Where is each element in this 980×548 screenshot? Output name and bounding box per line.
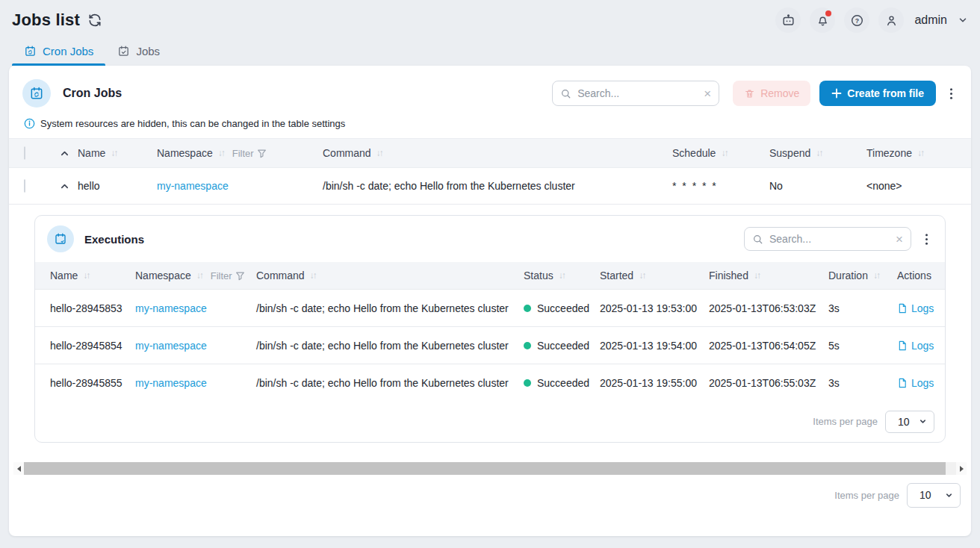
tabs: Cron Jobs Jobs — [0, 39, 980, 66]
column-header-name[interactable]: Name↓↑ — [78, 147, 157, 159]
notifications-button[interactable] — [810, 7, 835, 33]
column-header-name[interactable]: Name↓↑ — [50, 270, 135, 281]
scrollbar-track[interactable] — [24, 462, 956, 475]
cell-name: hello — [78, 180, 157, 192]
cron-job-row[interactable]: hello my-namespace /bin/sh -c date; echo… — [9, 168, 971, 205]
items-per-page-value: 10 — [898, 416, 910, 428]
sort-icon[interactable]: ↓↑ — [639, 270, 645, 281]
namespace-filter-button[interactable]: Filter — [232, 148, 267, 159]
column-header-command[interactable]: Command↓↑ — [323, 147, 672, 159]
assistant-button[interactable] — [775, 7, 801, 33]
user-avatar[interactable] — [878, 7, 904, 33]
sort-icon[interactable]: ↓↑ — [218, 148, 224, 158]
cell-name: hello-28945854 — [50, 340, 135, 352]
chevron-down-icon[interactable] — [958, 15, 968, 25]
chevron-down-icon — [919, 417, 927, 426]
scroll-right-arrow-icon[interactable] — [956, 462, 967, 475]
sort-icon[interactable]: ↓↑ — [721, 148, 727, 158]
column-header-suspend[interactable]: Suspend↓↑ — [769, 147, 866, 159]
executions-search-input[interactable] — [769, 233, 890, 245]
column-header-finished[interactable]: Finished↓↑ — [709, 270, 828, 281]
execution-row[interactable]: hello-28945853 my-namespace /bin/sh -c d… — [35, 289, 945, 326]
cell-finished: 2025-01-13T06:55:03Z — [709, 377, 828, 389]
horizontal-scrollbar[interactable] — [13, 462, 967, 475]
clear-search-icon[interactable]: × — [704, 87, 711, 100]
search-icon — [560, 88, 571, 99]
logs-link[interactable]: Logs — [897, 302, 945, 314]
row-checkbox[interactable] — [24, 179, 25, 193]
search-input[interactable] — [577, 87, 698, 99]
sort-icon[interactable]: ↓↑ — [111, 148, 117, 158]
cell-command: /bin/sh -c date; echo Hello from the Kub… — [256, 340, 524, 352]
namespace-link[interactable]: my-namespace — [135, 377, 207, 389]
document-icon — [897, 340, 908, 351]
cronjob-calendar-sync-icon — [24, 45, 37, 57]
scrollbar-thumb[interactable] — [24, 462, 946, 475]
info-banner: System resources are hidden, this can be… — [9, 116, 971, 138]
create-button-label: Create from file — [847, 87, 924, 99]
status-dot-succeeded — [524, 342, 531, 349]
document-icon — [897, 378, 908, 388]
card-header: Cron Jobs × Remove Create from file — [9, 66, 971, 116]
card-menu-kebab-icon[interactable] — [945, 84, 958, 104]
sort-icon[interactable]: ↓↑ — [917, 148, 923, 158]
column-header-duration[interactable]: Duration↓↑ — [828, 270, 897, 281]
executions-search: × — [744, 227, 911, 251]
cell-finished: 2025-01-13T06:53:03Z — [709, 302, 828, 314]
sort-icon[interactable]: ↓↑ — [83, 270, 89, 281]
cell-schedule: * * * * * — [672, 180, 769, 192]
remove-button[interactable]: Remove — [733, 81, 810, 106]
sort-icon[interactable]: ↓↑ — [873, 270, 879, 281]
namespace-link[interactable]: my-namespace — [157, 180, 229, 192]
column-header-namespace[interactable]: Namespace↓↑ Filter — [135, 270, 256, 281]
column-header-schedule[interactable]: Schedule↓↑ — [672, 147, 769, 159]
jobs-calendar-check-icon — [117, 45, 130, 57]
create-from-file-button[interactable]: Create from file — [819, 81, 936, 106]
executions-pagination: Items per page 10 — [35, 401, 945, 442]
tab-jobs[interactable]: Jobs — [105, 39, 172, 66]
column-header-status[interactable]: Status↓↑ — [524, 270, 600, 281]
card-title: Cron Jobs — [63, 87, 122, 100]
column-header-timezone[interactable]: Timezone↓↑ — [866, 147, 971, 159]
cron-jobs-search: × — [552, 81, 719, 106]
column-header-actions: Actions — [897, 270, 945, 281]
cell-command: /bin/sh -c date; echo Hello from the Kub… — [323, 180, 672, 192]
clear-search-icon[interactable]: × — [896, 233, 903, 246]
column-header-command[interactable]: Command↓↑ — [256, 270, 524, 281]
cell-duration: 3s — [828, 302, 897, 314]
sort-icon[interactable]: ↓↑ — [196, 270, 202, 281]
logs-link[interactable]: Logs — [897, 340, 945, 352]
user-menu-label[interactable]: admin — [914, 13, 947, 27]
items-per-page-select[interactable]: 10 — [907, 483, 961, 508]
refresh-icon[interactable] — [87, 13, 102, 28]
help-button[interactable]: ? — [844, 7, 869, 33]
cell-duration: 5s — [828, 340, 897, 352]
cell-name: hello-28945855 — [50, 377, 135, 389]
scroll-left-arrow-icon[interactable] — [13, 462, 24, 475]
remove-button-label: Remove — [760, 87, 799, 99]
executions-menu-kebab-icon[interactable] — [920, 229, 933, 249]
sort-icon[interactable]: ↓↑ — [816, 148, 822, 158]
cron-jobs-table-header: Name↓↑ Namespace↓↑ Filter Command↓↑ Sche… — [9, 138, 971, 168]
cron-jobs-pagination: Items per page 10 — [9, 475, 971, 515]
collapse-all-chevron-icon[interactable] — [51, 149, 78, 158]
sort-icon[interactable]: ↓↑ — [754, 270, 760, 281]
items-per-page-select[interactable]: 10 — [885, 411, 934, 433]
namespace-link[interactable]: my-namespace — [135, 340, 207, 352]
cronjob-calendar-sync-icon — [22, 79, 51, 108]
question-icon: ? — [850, 13, 864, 28]
namespace-link[interactable]: my-namespace — [135, 302, 207, 314]
sort-icon[interactable]: ↓↑ — [376, 148, 382, 158]
sort-icon[interactable]: ↓↑ — [559, 270, 565, 281]
execution-row[interactable]: hello-28945854 my-namespace /bin/sh -c d… — [35, 326, 945, 364]
logs-link[interactable]: Logs — [897, 377, 945, 389]
collapse-row-chevron-icon[interactable] — [51, 181, 78, 191]
select-all-checkbox[interactable] — [24, 146, 25, 160]
tab-cron-jobs[interactable]: Cron Jobs — [12, 39, 105, 66]
execution-row[interactable]: hello-28945855 my-namespace /bin/sh -c d… — [35, 364, 945, 401]
sort-icon[interactable]: ↓↑ — [310, 270, 316, 281]
column-header-namespace[interactable]: Namespace↓↑ Filter — [157, 147, 323, 159]
cell-timezone: <none> — [866, 180, 971, 192]
column-header-started[interactable]: Started↓↑ — [600, 270, 709, 281]
namespace-filter-button[interactable]: Filter — [211, 270, 245, 281]
